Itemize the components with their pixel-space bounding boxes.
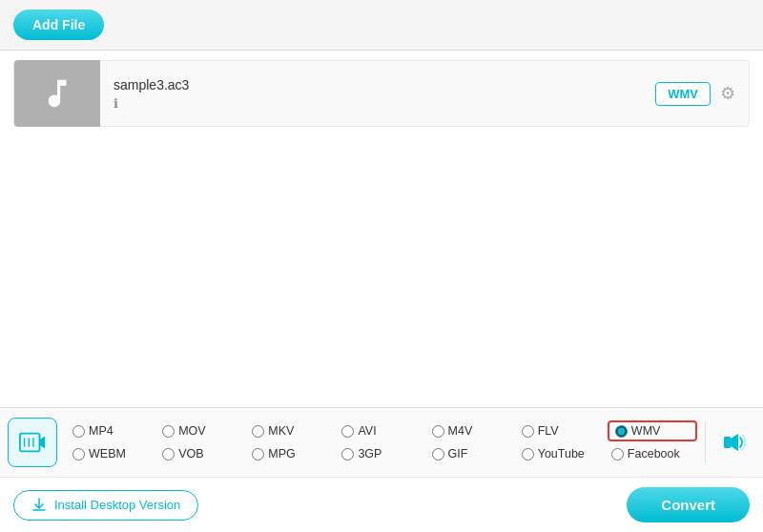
format-option-mkv[interactable]: MKV [248,420,338,441]
format-label-flv[interactable]: FLV [538,424,559,438]
format-label-vob[interactable]: VOB [178,447,203,460]
divider [705,421,706,463]
format-label-mkv[interactable]: MKV [268,424,294,438]
format-option-gif[interactable]: GIF [428,443,518,464]
bottom-action-bar: Install Desktop Version Convert [0,477,763,532]
format-option-avi[interactable]: AVI [338,420,427,441]
format-options-grid: MP4 MOV MKV AVI M4V FLV [69,420,697,464]
format-option-wmv[interactable]: WMV [608,420,697,441]
format-label-3gp[interactable]: 3GP [358,447,382,460]
format-option-m4v[interactable]: M4V [428,420,518,441]
format-option-webm[interactable]: WEBM [69,443,158,464]
format-label-gif[interactable]: GIF [448,447,468,460]
format-label-avi[interactable]: AVI [358,424,376,438]
file-name: sample3.ac3 [113,77,642,92]
install-label: Install Desktop Version [54,498,180,512]
file-info: sample3.ac3 ℹ [100,68,655,120]
format-option-flv[interactable]: FLV [518,420,608,441]
file-actions: WMV ⚙ [655,82,749,106]
format-option-mov[interactable]: MOV [158,420,248,441]
main-content: sample3.ac3 ℹ WMV ⚙ [0,51,763,407]
format-option-vob[interactable]: VOB [158,443,248,464]
top-bar: Add File [0,0,763,51]
file-thumbnail [14,60,100,127]
settings-icon[interactable]: ⚙ [720,83,735,104]
format-option-facebook[interactable]: Facebook [608,443,697,464]
format-option-youtube[interactable]: YouTube [518,443,608,464]
music-icon [39,75,75,112]
format-label-mov[interactable]: MOV [178,424,205,438]
format-badge[interactable]: WMV [655,82,711,106]
format-label-facebook[interactable]: Facebook [628,447,680,460]
audio-icon-box[interactable] [713,421,755,463]
format-option-3gp[interactable]: 3GP [338,443,427,464]
install-desktop-button[interactable]: Install Desktop Version [13,490,198,521]
svg-rect-0 [20,434,40,452]
format-section: MP4 MOV MKV AVI M4V FLV [0,408,763,477]
format-label-webm[interactable]: WEBM [89,447,126,460]
file-item: sample3.ac3 ℹ WMV ⚙ [13,60,750,127]
format-label-wmv[interactable]: WMV [631,424,661,438]
format-label-youtube[interactable]: YouTube [538,447,585,460]
svg-rect-4 [724,437,731,448]
format-label-mpg[interactable]: MPG [268,447,295,460]
audio-icon [721,429,748,456]
convert-button[interactable]: Convert [627,487,750,522]
add-file-button[interactable]: Add File [13,10,104,40]
video-icon [18,428,47,457]
info-icon[interactable]: ℹ [113,96,642,111]
format-label-m4v[interactable]: M4V [448,424,473,438]
format-option-mp4[interactable]: MP4 [69,420,158,441]
format-option-mpg[interactable]: MPG [248,443,338,464]
download-icon [31,498,47,513]
format-label-mp4[interactable]: MP4 [89,424,113,438]
bottom-panel: MP4 MOV MKV AVI M4V FLV [0,407,763,477]
video-format-icon-box[interactable] [8,418,57,467]
